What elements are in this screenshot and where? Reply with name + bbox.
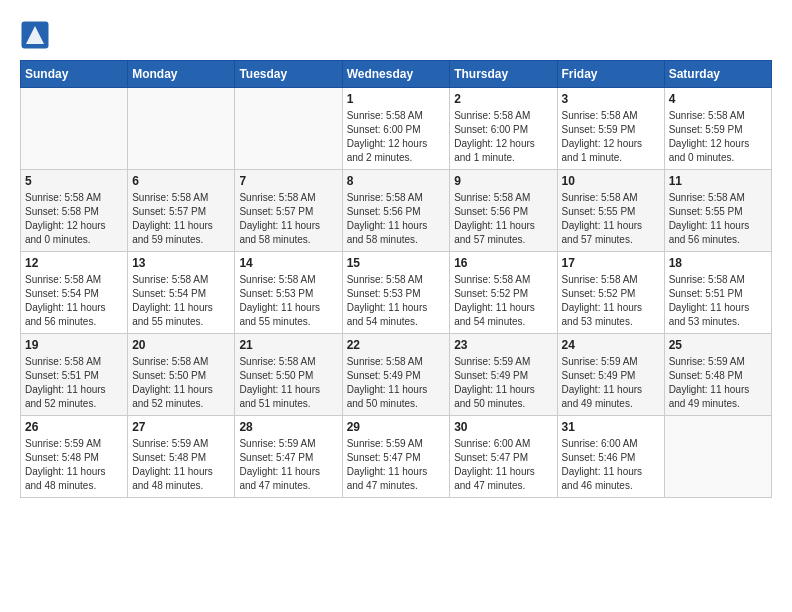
day-info: Sunrise: 5:58 AM Sunset: 5:53 PM Dayligh…	[347, 273, 446, 329]
calendar-day-16: 16Sunrise: 5:58 AM Sunset: 5:52 PM Dayli…	[450, 252, 557, 334]
day-number: 30	[454, 420, 552, 434]
day-number: 21	[239, 338, 337, 352]
day-info: Sunrise: 5:58 AM Sunset: 6:00 PM Dayligh…	[454, 109, 552, 165]
logo-icon	[20, 20, 50, 50]
day-number: 26	[25, 420, 123, 434]
calendar-day-11: 11Sunrise: 5:58 AM Sunset: 5:55 PM Dayli…	[664, 170, 771, 252]
calendar-day-8: 8Sunrise: 5:58 AM Sunset: 5:56 PM Daylig…	[342, 170, 450, 252]
day-number: 17	[562, 256, 660, 270]
day-info: Sunrise: 5:58 AM Sunset: 5:56 PM Dayligh…	[347, 191, 446, 247]
day-number: 31	[562, 420, 660, 434]
calendar-day-18: 18Sunrise: 5:58 AM Sunset: 5:51 PM Dayli…	[664, 252, 771, 334]
logo	[20, 20, 54, 50]
day-number: 29	[347, 420, 446, 434]
day-number: 23	[454, 338, 552, 352]
day-info: Sunrise: 5:58 AM Sunset: 5:57 PM Dayligh…	[132, 191, 230, 247]
day-info: Sunrise: 5:59 AM Sunset: 5:48 PM Dayligh…	[132, 437, 230, 493]
day-number: 1	[347, 92, 446, 106]
day-number: 9	[454, 174, 552, 188]
day-info: Sunrise: 5:59 AM Sunset: 5:47 PM Dayligh…	[347, 437, 446, 493]
day-info: Sunrise: 5:58 AM Sunset: 5:55 PM Dayligh…	[669, 191, 767, 247]
page-header	[20, 20, 772, 50]
day-number: 25	[669, 338, 767, 352]
calendar-day-27: 27Sunrise: 5:59 AM Sunset: 5:48 PM Dayli…	[128, 416, 235, 498]
calendar-day-1: 1Sunrise: 5:58 AM Sunset: 6:00 PM Daylig…	[342, 88, 450, 170]
calendar-day-26: 26Sunrise: 5:59 AM Sunset: 5:48 PM Dayli…	[21, 416, 128, 498]
calendar-day-7: 7Sunrise: 5:58 AM Sunset: 5:57 PM Daylig…	[235, 170, 342, 252]
day-info: Sunrise: 5:58 AM Sunset: 5:59 PM Dayligh…	[669, 109, 767, 165]
day-info: Sunrise: 5:58 AM Sunset: 5:58 PM Dayligh…	[25, 191, 123, 247]
day-info: Sunrise: 6:00 AM Sunset: 5:46 PM Dayligh…	[562, 437, 660, 493]
day-info: Sunrise: 6:00 AM Sunset: 5:47 PM Dayligh…	[454, 437, 552, 493]
day-number: 6	[132, 174, 230, 188]
day-number: 5	[25, 174, 123, 188]
calendar-day-15: 15Sunrise: 5:58 AM Sunset: 5:53 PM Dayli…	[342, 252, 450, 334]
day-info: Sunrise: 5:58 AM Sunset: 5:59 PM Dayligh…	[562, 109, 660, 165]
calendar-empty-cell	[235, 88, 342, 170]
calendar-day-4: 4Sunrise: 5:58 AM Sunset: 5:59 PM Daylig…	[664, 88, 771, 170]
day-number: 16	[454, 256, 552, 270]
calendar-week-1: 5Sunrise: 5:58 AM Sunset: 5:58 PM Daylig…	[21, 170, 772, 252]
day-info: Sunrise: 5:58 AM Sunset: 5:52 PM Dayligh…	[562, 273, 660, 329]
calendar-day-22: 22Sunrise: 5:58 AM Sunset: 5:49 PM Dayli…	[342, 334, 450, 416]
calendar-header-wednesday: Wednesday	[342, 61, 450, 88]
day-info: Sunrise: 5:58 AM Sunset: 5:49 PM Dayligh…	[347, 355, 446, 411]
day-number: 18	[669, 256, 767, 270]
calendar-day-2: 2Sunrise: 5:58 AM Sunset: 6:00 PM Daylig…	[450, 88, 557, 170]
calendar-header-saturday: Saturday	[664, 61, 771, 88]
day-info: Sunrise: 5:59 AM Sunset: 5:49 PM Dayligh…	[454, 355, 552, 411]
day-info: Sunrise: 5:59 AM Sunset: 5:47 PM Dayligh…	[239, 437, 337, 493]
calendar-day-12: 12Sunrise: 5:58 AM Sunset: 5:54 PM Dayli…	[21, 252, 128, 334]
calendar-header-row: SundayMondayTuesdayWednesdayThursdayFrid…	[21, 61, 772, 88]
calendar-day-23: 23Sunrise: 5:59 AM Sunset: 5:49 PM Dayli…	[450, 334, 557, 416]
calendar-empty-cell	[21, 88, 128, 170]
day-info: Sunrise: 5:58 AM Sunset: 5:50 PM Dayligh…	[132, 355, 230, 411]
day-number: 4	[669, 92, 767, 106]
calendar-header-tuesday: Tuesday	[235, 61, 342, 88]
day-number: 20	[132, 338, 230, 352]
day-number: 12	[25, 256, 123, 270]
calendar-day-5: 5Sunrise: 5:58 AM Sunset: 5:58 PM Daylig…	[21, 170, 128, 252]
calendar-day-28: 28Sunrise: 5:59 AM Sunset: 5:47 PM Dayli…	[235, 416, 342, 498]
day-info: Sunrise: 5:58 AM Sunset: 6:00 PM Dayligh…	[347, 109, 446, 165]
day-number: 2	[454, 92, 552, 106]
calendar-day-25: 25Sunrise: 5:59 AM Sunset: 5:48 PM Dayli…	[664, 334, 771, 416]
calendar-day-14: 14Sunrise: 5:58 AM Sunset: 5:53 PM Dayli…	[235, 252, 342, 334]
day-info: Sunrise: 5:58 AM Sunset: 5:57 PM Dayligh…	[239, 191, 337, 247]
calendar-day-20: 20Sunrise: 5:58 AM Sunset: 5:50 PM Dayli…	[128, 334, 235, 416]
day-info: Sunrise: 5:58 AM Sunset: 5:50 PM Dayligh…	[239, 355, 337, 411]
calendar-day-30: 30Sunrise: 6:00 AM Sunset: 5:47 PM Dayli…	[450, 416, 557, 498]
calendar-day-31: 31Sunrise: 6:00 AM Sunset: 5:46 PM Dayli…	[557, 416, 664, 498]
calendar-day-6: 6Sunrise: 5:58 AM Sunset: 5:57 PM Daylig…	[128, 170, 235, 252]
calendar-week-0: 1Sunrise: 5:58 AM Sunset: 6:00 PM Daylig…	[21, 88, 772, 170]
calendar-week-2: 12Sunrise: 5:58 AM Sunset: 5:54 PM Dayli…	[21, 252, 772, 334]
calendar-day-10: 10Sunrise: 5:58 AM Sunset: 5:55 PM Dayli…	[557, 170, 664, 252]
calendar-header-sunday: Sunday	[21, 61, 128, 88]
calendar-empty-cell	[128, 88, 235, 170]
day-info: Sunrise: 5:59 AM Sunset: 5:48 PM Dayligh…	[669, 355, 767, 411]
day-info: Sunrise: 5:58 AM Sunset: 5:54 PM Dayligh…	[25, 273, 123, 329]
calendar-day-29: 29Sunrise: 5:59 AM Sunset: 5:47 PM Dayli…	[342, 416, 450, 498]
day-number: 7	[239, 174, 337, 188]
calendar-header-thursday: Thursday	[450, 61, 557, 88]
day-number: 27	[132, 420, 230, 434]
calendar-day-9: 9Sunrise: 5:58 AM Sunset: 5:56 PM Daylig…	[450, 170, 557, 252]
day-info: Sunrise: 5:58 AM Sunset: 5:54 PM Dayligh…	[132, 273, 230, 329]
calendar-day-17: 17Sunrise: 5:58 AM Sunset: 5:52 PM Dayli…	[557, 252, 664, 334]
day-number: 19	[25, 338, 123, 352]
day-info: Sunrise: 5:58 AM Sunset: 5:51 PM Dayligh…	[669, 273, 767, 329]
day-info: Sunrise: 5:58 AM Sunset: 5:55 PM Dayligh…	[562, 191, 660, 247]
calendar-day-24: 24Sunrise: 5:59 AM Sunset: 5:49 PM Dayli…	[557, 334, 664, 416]
calendar-table: SundayMondayTuesdayWednesdayThursdayFrid…	[20, 60, 772, 498]
calendar-week-4: 26Sunrise: 5:59 AM Sunset: 5:48 PM Dayli…	[21, 416, 772, 498]
day-number: 13	[132, 256, 230, 270]
day-number: 28	[239, 420, 337, 434]
calendar-header-monday: Monday	[128, 61, 235, 88]
day-number: 22	[347, 338, 446, 352]
day-info: Sunrise: 5:58 AM Sunset: 5:56 PM Dayligh…	[454, 191, 552, 247]
day-number: 14	[239, 256, 337, 270]
day-number: 8	[347, 174, 446, 188]
day-info: Sunrise: 5:59 AM Sunset: 5:48 PM Dayligh…	[25, 437, 123, 493]
day-number: 15	[347, 256, 446, 270]
day-number: 3	[562, 92, 660, 106]
